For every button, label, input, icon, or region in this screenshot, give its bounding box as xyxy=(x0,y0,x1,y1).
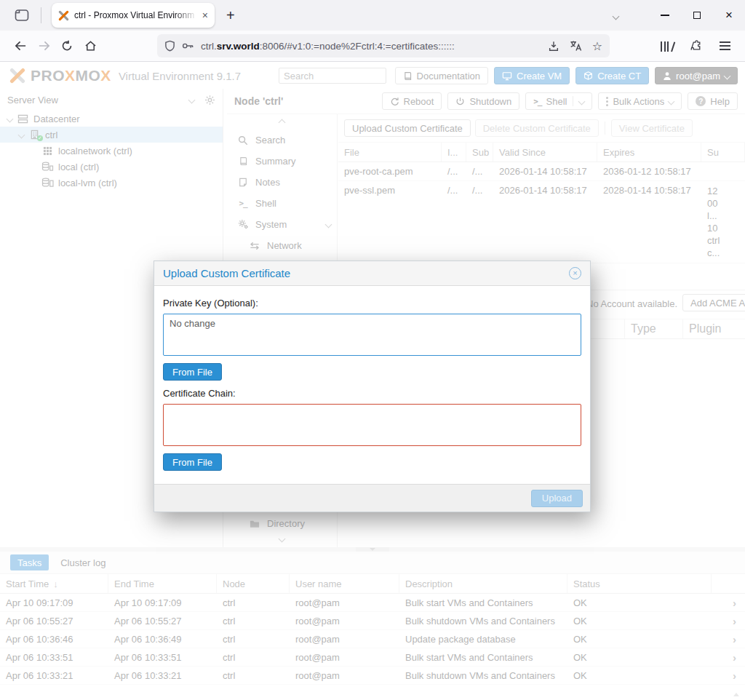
browser-navbar: ctrl.srv.world:8006/#v1:0:=node%2Fctrl:4… xyxy=(0,31,745,62)
tab-title: ctrl - Proxmox Virtual Environm xyxy=(74,10,197,20)
url-subdomain: ctrl. xyxy=(201,41,217,52)
chain-from-file-button[interactable]: From File xyxy=(163,453,222,471)
upload-certificate-dialog: Upload Custom Certificate × Private Key … xyxy=(154,260,591,512)
home-icon[interactable] xyxy=(79,34,102,57)
dialog-body: Private Key (Optional): No change From F… xyxy=(154,286,590,478)
url-bar[interactable]: ctrl.srv.world:8006/#v1:0:=node%2Fctrl:4… xyxy=(157,34,610,57)
tab-close-icon[interactable]: × xyxy=(202,10,208,20)
certificate-chain-textarea[interactable] xyxy=(163,404,581,446)
browser-tab[interactable]: ctrl - Proxmox Virtual Environm × xyxy=(52,3,215,28)
menu-icon[interactable] xyxy=(713,34,736,57)
upload-button[interactable]: Upload xyxy=(531,490,583,507)
private-key-from-file-button[interactable]: From File xyxy=(163,363,222,381)
dialog-close-icon[interactable]: × xyxy=(569,267,581,279)
translate-icon[interactable] xyxy=(570,40,582,52)
certificate-chain-label: Certificate Chain: xyxy=(163,388,581,399)
forward-icon[interactable] xyxy=(32,34,55,57)
window-maximize-button[interactable] xyxy=(681,0,713,31)
url-rest: :8006/#v1:0:=node%2Fctrl:4:=certificates… xyxy=(260,41,455,52)
window-close-button[interactable]: × xyxy=(713,0,745,31)
key-icon[interactable] xyxy=(182,41,194,50)
save-page-icon[interactable] xyxy=(548,40,559,52)
url-domain: srv.world xyxy=(217,41,260,52)
dialog-title: Upload Custom Certificate xyxy=(163,267,290,279)
proxmox-favicon-icon xyxy=(58,10,69,21)
window-minimize-button[interactable] xyxy=(649,0,681,31)
proxmox-app: PROXMOX Virtual Environment 9.1.7 Docume… xyxy=(0,63,745,700)
back-icon[interactable] xyxy=(9,34,32,57)
shield-icon[interactable] xyxy=(164,40,175,52)
extensions-icon[interactable] xyxy=(684,34,707,57)
new-tab-button[interactable]: + xyxy=(226,7,235,24)
screen: ctrl - Proxmox Virtual Environm × + × xyxy=(0,0,745,700)
private-key-label: Private Key (Optional): xyxy=(163,298,581,309)
dialog-footer: Upload xyxy=(154,484,590,512)
private-key-textarea[interactable]: No change xyxy=(163,314,581,356)
library-icon[interactable] xyxy=(655,34,678,57)
titlebar-divider xyxy=(41,7,41,23)
reload-icon[interactable] xyxy=(55,34,79,57)
dialog-header[interactable]: Upload Custom Certificate × xyxy=(154,261,590,286)
bookmark-star-icon[interactable]: ☆ xyxy=(592,39,602,53)
firefox-view-icon[interactable] xyxy=(15,9,29,22)
list-all-tabs-icon[interactable] xyxy=(613,9,618,22)
browser-titlebar: ctrl - Proxmox Virtual Environm × + × xyxy=(0,0,745,31)
url-text[interactable]: ctrl.srv.world:8006/#v1:0:=node%2Fctrl:4… xyxy=(201,41,541,52)
